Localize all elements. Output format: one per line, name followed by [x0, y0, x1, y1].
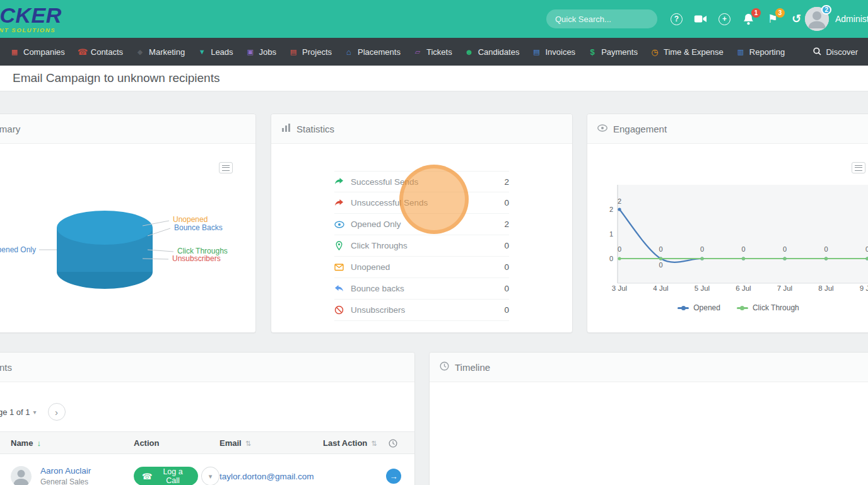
nav-item-invoices[interactable]: ▤Invoices: [525, 38, 582, 66]
flags-badge: 3: [775, 8, 785, 18]
engagement-card-header: Engagement: [587, 114, 868, 144]
bell-icon[interactable]: 1: [742, 13, 755, 26]
building-icon: ▦: [10, 49, 19, 56]
stat-row-unsubscribers: Unsubscribers 0: [334, 300, 509, 321]
statistics-card: Statistics Successful Sends 2 Unsuccessf…: [271, 114, 573, 333]
svg-text:0: 0: [659, 245, 662, 253]
sort-desc-icon: ↓: [37, 438, 41, 448]
svg-text:3 Jul: 3 Jul: [612, 284, 627, 292]
map-marker-icon: [334, 241, 351, 250]
nav-item-reporting[interactable]: ▥Reporting: [730, 38, 791, 66]
avatar: [11, 466, 32, 485]
next-page-button[interactable]: ›: [48, 403, 66, 421]
page-select[interactable]: Page 1 of 1: [0, 407, 30, 417]
svg-text:4 Jul: 4 Jul: [653, 284, 668, 292]
nav-item-time-expense[interactable]: ◷Time & Expense: [644, 38, 730, 66]
column-header-email[interactable]: Email⇅: [220, 438, 323, 448]
log-a-call-button[interactable]: ☎ Log a Call: [134, 467, 198, 485]
stat-row-click-throughs: Click Throughs 0: [334, 235, 509, 257]
envelope-icon: [334, 263, 351, 271]
svg-text:0: 0: [783, 245, 787, 253]
timeline-card: Timeline: [429, 352, 868, 485]
nav-item-companies[interactable]: ▦Companies: [4, 38, 71, 66]
bank-icon: ⌂: [344, 48, 353, 56]
column-header-name[interactable]: Name↓: [11, 438, 134, 448]
legend-item: Opened: [677, 303, 720, 312]
add-icon[interactable]: +: [718, 13, 731, 26]
chevron-down-icon[interactable]: ▾: [33, 409, 37, 416]
column-header-action: Action: [134, 438, 220, 448]
send-arrow-icon: [334, 199, 351, 207]
sort-icon: ⇅: [371, 440, 377, 447]
nav-item-candidates[interactable]: ☻Candidates: [459, 38, 526, 66]
nav-item-tickets[interactable]: ▱Tickets: [407, 38, 459, 66]
user-avatar[interactable]: 2: [805, 7, 829, 31]
person-icon: ☻: [465, 48, 474, 56]
svg-text:0: 0: [609, 255, 613, 262]
nav-item-jobs[interactable]: ▣Jobs: [240, 38, 283, 66]
quick-search-input[interactable]: [546, 9, 657, 28]
nav-item-leads[interactable]: ▼Leads: [191, 38, 239, 66]
user-name[interactable]: Administrator: [835, 0, 868, 38]
svg-text:0: 0: [618, 245, 621, 253]
megaphone-icon: ◆: [136, 49, 144, 56]
action-dropdown-button[interactable]: ▾: [201, 467, 220, 485]
avatar-badge: 2: [821, 5, 831, 15]
svg-text:6 Jul: 6 Jul: [736, 284, 751, 292]
engagement-card: Engagement 0123 Jul4 Jul5 Jul6 Jul7 Jul8…: [587, 114, 868, 333]
recipient-email-link[interactable]: taylor.dorton@gmail.com: [220, 472, 314, 481]
chart-icon: ▥: [736, 49, 745, 56]
nav-item-projects[interactable]: ▤Projects: [283, 38, 338, 66]
column-header-last-action[interactable]: Last Action⇅: [323, 438, 395, 448]
table-row[interactable]: Aaron Auclair General Sales ☎ Log a Call…: [0, 454, 414, 485]
recipient-role: General Sales: [40, 477, 91, 485]
nav-item-payments[interactable]: $Payments: [582, 38, 644, 66]
statistics-card-title: Statistics: [296, 124, 334, 134]
page-title-bar: Email Campaign to unknown recipients: [0, 66, 868, 91]
funnel-icon: ▼: [197, 49, 206, 56]
eye-icon: [597, 123, 607, 134]
history-icon[interactable]: ↺: [790, 13, 803, 26]
stat-row-successful-sends: Successful Sends 2: [334, 171, 509, 192]
stat-row-unopened: Unopened 0: [334, 257, 509, 278]
clock-icon: [440, 361, 449, 373]
hamburger-icon: [855, 165, 862, 171]
recipients-card-title: Recipients: [0, 362, 12, 373]
search-icon: [812, 47, 821, 57]
briefcase-icon: ▣: [246, 49, 255, 56]
ban-icon: [334, 305, 351, 315]
main-nav: ▦Companies ☎Contacts ◆Marketing ▼Leads ▣…: [0, 38, 868, 66]
help-icon[interactable]: ?: [670, 13, 683, 26]
sort-icon: ⇅: [245, 440, 251, 447]
nav-item-marketing[interactable]: ◆Marketing: [129, 38, 191, 66]
svg-text:9 Jul: 9 Jul: [860, 284, 868, 292]
summary-card: Summary Unopened Bounce Backs Click Thro…: [0, 114, 256, 333]
pagination: Page 1 of 1 ▾ ›: [0, 403, 414, 421]
svg-text:8 Jul: 8 Jul: [818, 284, 833, 292]
flag-icon[interactable]: ⚑ 3: [766, 13, 779, 26]
nav-item-placements[interactable]: ⌂Placements: [338, 38, 407, 66]
timeline-card-header: Timeline: [430, 353, 868, 382]
open-recipient-button[interactable]: →: [386, 469, 401, 484]
stat-row-unsuccessful-sends: Unsuccessful Sends 0: [334, 192, 509, 214]
svg-text:7 Jul: 7 Jul: [777, 284, 792, 292]
app-screen: TRACKER EMPLOYMENT SOLUTIONS ? + 1 ⚑ 3 ↺…: [0, 0, 868, 485]
send-arrow-icon: [334, 177, 351, 186]
table-header: Name↓ Action Email⇅ Last Action⇅: [0, 431, 414, 454]
nav-item-discover[interactable]: Discover: [806, 38, 864, 66]
video-icon[interactable]: [694, 13, 707, 26]
pie-label-unsubscribers: Unsubscribers: [172, 254, 221, 263]
engagement-menu-button[interactable]: [852, 162, 865, 173]
svg-text:0: 0: [824, 245, 828, 253]
column-settings-icon[interactable]: [389, 439, 397, 450]
nav-item-contacts[interactable]: ☎Contacts: [71, 38, 129, 66]
svg-text:0: 0: [659, 261, 662, 269]
recipient-name-link[interactable]: Aaron Auclair: [40, 466, 91, 476]
bar-chart-icon: [281, 123, 291, 135]
phone-icon: ☎: [142, 472, 152, 481]
notifications-badge: 1: [751, 8, 761, 18]
recipients-card: Recipients Page 1 of 1 ▾ › Name↓ Action …: [0, 352, 415, 485]
app-logo[interactable]: TRACKER EMPLOYMENT SOLUTIONS: [0, 4, 62, 33]
pie-label-opened-only: Opened Only: [0, 245, 36, 254]
summary-pie-chart: Unopened Bounce Backs Click Throughs Uns…: [0, 144, 257, 327]
